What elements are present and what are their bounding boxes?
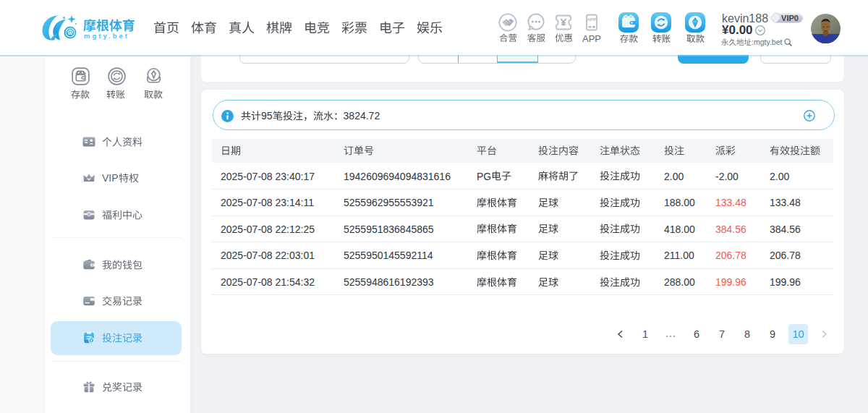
svg-text:APP: APP bbox=[587, 17, 597, 22]
svg-text:VIP0: VIP0 bbox=[781, 14, 799, 22]
